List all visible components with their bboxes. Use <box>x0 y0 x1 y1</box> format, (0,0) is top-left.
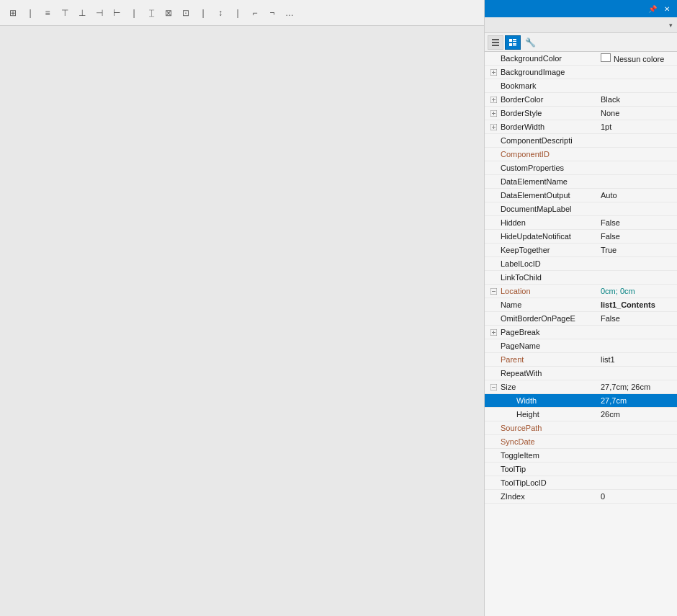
toolbar-icon-14[interactable]: | <box>230 6 245 20</box>
expand-icon-17[interactable] <box>488 285 499 297</box>
prop-value-32: 0 <box>598 492 677 501</box>
color-swatch-0 <box>601 53 611 62</box>
prop-row-dataelementoutput[interactable]: DataElementOutputAuto <box>485 189 677 202</box>
prop-name-30: ToolTip <box>499 465 598 473</box>
prop-value-19: False <box>598 314 677 323</box>
expand-icon-1[interactable] <box>488 66 499 78</box>
prop-row-sourcepath[interactable]: SourcePath <box>485 421 677 435</box>
expand-icon-15 <box>488 258 499 269</box>
prop-row-backgroundimage[interactable]: BackgroundImage <box>485 66 677 79</box>
prop-row-linktochild[interactable]: LinkToChild <box>485 271 677 285</box>
expand-icon-25 <box>488 395 499 406</box>
toolbar-icon-13[interactable]: ↕ <box>213 6 228 20</box>
prop-row-pagebreak[interactable]: PageBreak <box>485 326 677 339</box>
pin-button[interactable]: 📌 <box>647 3 658 14</box>
expand-icon-11 <box>488 203 499 215</box>
prop-row-repeatwith[interactable]: RepeatWith <box>485 367 677 380</box>
prop-name-4: BorderStyle <box>499 109 598 117</box>
expand-icon-12 <box>488 217 499 228</box>
toolbar-icon-7[interactable]: ⊢ <box>109 6 124 20</box>
toolbar-icon-8[interactable]: | <box>127 6 141 20</box>
prop-name-11: DocumentMapLabel <box>499 205 598 213</box>
prop-name-27: SourcePath <box>499 424 598 432</box>
expand-icon-10 <box>488 189 499 201</box>
prop-row-bordercolor[interactable]: BorderColorBlack <box>485 93 677 107</box>
expand-icon-3[interactable] <box>488 94 499 105</box>
prop-row-size[interactable]: Size27,7cm; 26cm <box>485 380 677 394</box>
prop-row-customproperties[interactable]: CustomProperties <box>485 161 677 175</box>
expand-icon-4[interactable] <box>488 107 499 119</box>
prop-row-borderstyle[interactable]: BorderStyleNone <box>485 107 677 120</box>
prop-name-10: DataElementOutput <box>499 191 598 200</box>
prop-row-toggleitem[interactable]: ToggleItem <box>485 449 677 463</box>
toolbar-icon-17[interactable]: … <box>282 6 297 20</box>
prop-row-omitborderonpagee[interactable]: OmitBorderOnPageEFalse <box>485 312 677 326</box>
prop-row-documentmaplabel[interactable]: DocumentMapLabel <box>485 202 677 216</box>
tab-list-button[interactable] <box>488 35 503 50</box>
toolbar-icon-15[interactable]: ⌐ <box>248 6 262 20</box>
prop-row-location[interactable]: Location0cm; 0cm <box>485 285 677 298</box>
toolbar-icon-5[interactable]: ⊥ <box>75 6 89 20</box>
prop-row-labellocid[interactable]: LabelLocID <box>485 257 677 271</box>
expand-icon-5[interactable] <box>488 121 499 133</box>
expand-icon-20[interactable] <box>488 326 499 338</box>
component-selector[interactable]: ▾ <box>485 17 677 33</box>
prop-row-hideupdatenotificat[interactable]: HideUpdateNotificatFalse <box>485 230 677 244</box>
prop-row-dataelementname[interactable]: DataElementName <box>485 175 677 189</box>
toolbar-icon-12[interactable]: | <box>196 6 210 20</box>
expand-icon-6 <box>488 135 499 146</box>
header-icons: 📌 ✕ <box>647 3 673 14</box>
toolbar-icon-4[interactable]: ⊤ <box>58 6 72 20</box>
prop-name-2: Bookmark <box>499 81 598 90</box>
prop-row-width[interactable]: Width27,7cm <box>485 394 677 408</box>
prop-row-name[interactable]: Namelist1_Contents <box>485 298 677 312</box>
toolbar-icon-6[interactable]: ⊣ <box>92 6 107 20</box>
prop-row-componentid[interactable]: ComponentID <box>485 148 677 161</box>
close-button[interactable]: ✕ <box>661 3 673 14</box>
prop-row-backgroundcolor[interactable]: BackgroundColorNessun colore <box>485 52 677 66</box>
expand-icon-19 <box>488 313 499 324</box>
prop-row-syncdate[interactable]: SyncDate <box>485 435 677 449</box>
prop-row-tooltip[interactable]: ToolTip <box>485 463 677 476</box>
prop-name-5: BorderWidth <box>499 122 598 131</box>
prop-row-borderwidth[interactable]: BorderWidth1pt <box>485 120 677 134</box>
toolbar-icon-16[interactable]: ¬ <box>265 6 279 20</box>
tab-props-button[interactable] <box>505 35 521 50</box>
prop-row-hidden[interactable]: HiddenFalse <box>485 216 677 230</box>
svg-rect-4 <box>509 43 512 46</box>
expand-icon-21 <box>488 340 499 352</box>
component-dropdown-icon[interactable]: ▾ <box>669 22 673 29</box>
toolbar-icon-1[interactable]: ⊞ <box>6 6 20 20</box>
prop-name-15: LabelLocID <box>499 259 598 268</box>
expand-icon-18 <box>488 299 499 311</box>
prop-row-tooltiplocid[interactable]: ToolTipLocID <box>485 476 677 490</box>
prop-row-bookmark[interactable]: Bookmark <box>485 79 677 93</box>
prop-row-keeptogether[interactable]: KeepTogetherTrue <box>485 244 677 257</box>
svg-rect-8 <box>513 45 516 46</box>
prop-name-13: HideUpdateNotificat <box>499 232 598 241</box>
toolbar-icon-2[interactable]: | <box>23 6 37 20</box>
expand-icon-2 <box>488 80 499 91</box>
svg-rect-1 <box>492 42 499 43</box>
prop-name-22: Parent <box>499 355 598 364</box>
toolbar-icon-9[interactable]: ⌶ <box>144 6 158 20</box>
properties-list: BackgroundColorNessun coloreBackgroundIm… <box>485 52 677 616</box>
toolbar-icon-11[interactable]: ⊡ <box>179 6 193 20</box>
toolbar-icon-3[interactable]: ≡ <box>40 6 55 20</box>
prop-row-pagename[interactable]: PageName <box>485 339 677 353</box>
wrench-button[interactable]: 🔧 <box>522 35 538 50</box>
prop-row-height[interactable]: Height26cm <box>485 408 677 421</box>
prop-name-23: RepeatWith <box>499 369 598 378</box>
expand-icon-16 <box>488 272 499 283</box>
prop-row-zindex[interactable]: ZIndex0 <box>485 490 677 504</box>
toolbar-icon-10[interactable]: ⊠ <box>161 6 176 20</box>
svg-rect-7 <box>513 43 516 45</box>
expand-icon-29 <box>488 450 499 461</box>
expand-icon-22 <box>488 354 499 365</box>
prop-name-12: Hidden <box>499 218 598 227</box>
expand-icon-24[interactable] <box>488 381 499 393</box>
prop-row-componentdescripti[interactable]: ComponentDescripti <box>485 134 677 148</box>
properties-header: 📌 ✕ <box>485 0 677 17</box>
prop-row-parent[interactable]: Parentlist1 <box>485 353 677 367</box>
expand-icon-9 <box>488 176 499 187</box>
